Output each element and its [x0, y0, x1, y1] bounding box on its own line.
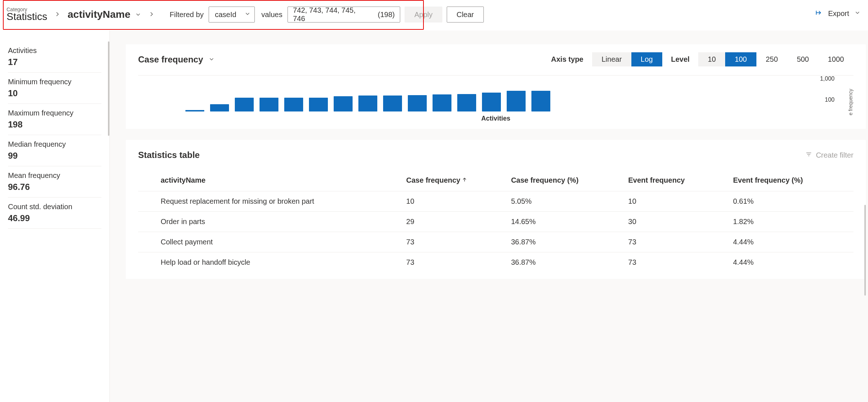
chart-bar[interactable]	[185, 110, 204, 111]
chart-bar[interactable]	[260, 98, 278, 111]
stat-item: Median frequency99	[8, 135, 101, 166]
table-cell: Request replacement for missing or broke…	[138, 191, 403, 212]
level-option-100[interactable]: 100	[725, 52, 756, 66]
chart-title-dropdown[interactable]: Case frequency	[138, 54, 215, 65]
axis-type-label: Axis type	[551, 55, 583, 64]
chart-panel: Case frequency Axis type LinearLog Level…	[126, 44, 866, 129]
stat-label: Minimum frequency	[8, 78, 101, 86]
level-option-10[interactable]: 10	[698, 52, 725, 66]
chart-bar[interactable]	[457, 94, 476, 111]
chart-bar[interactable]	[284, 98, 303, 111]
table-row[interactable]: Order in parts2914.65%301.82%	[138, 212, 853, 232]
filter-icon	[805, 151, 812, 160]
sidebar-scrollbar[interactable]	[108, 41, 109, 136]
axis-type-toggle: LinearLog	[592, 52, 662, 66]
chart-ytick: 100	[825, 97, 835, 103]
clear-button[interactable]: Clear	[447, 7, 484, 23]
chart-bar[interactable]	[408, 95, 427, 111]
stat-value: 10	[8, 88, 101, 98]
chart-bar[interactable]	[309, 98, 328, 111]
filter-values-input[interactable]: 742, 743, 744, 745, 746 (198)	[288, 7, 400, 23]
stat-value: 198	[8, 119, 101, 130]
chart-bar[interactable]	[531, 91, 550, 111]
table-cell: 1.82%	[730, 212, 853, 232]
stat-item: Activities17	[8, 41, 101, 73]
chart-bar[interactable]	[210, 104, 229, 111]
axis-option-linear[interactable]: Linear	[592, 52, 631, 66]
table-cell: 5.05%	[508, 191, 625, 212]
chevron-right-icon	[54, 11, 61, 19]
chevron-right-icon	[148, 11, 155, 19]
breadcrumb-category[interactable]: Category Statistics	[7, 7, 47, 23]
chart-ylabel: e frequency	[847, 89, 853, 115]
table-cell: 4.44%	[730, 252, 853, 273]
export-label: Export	[828, 9, 849, 18]
stat-item: Maximum frequency198	[8, 104, 101, 135]
stat-label: Count std. deviation	[8, 203, 101, 211]
chart-bar[interactable]	[383, 96, 402, 111]
table-row[interactable]: Help load or handoff bicycle7336.87%734.…	[138, 252, 853, 273]
table-cell: 73	[403, 232, 508, 252]
breadcrumb-activity[interactable]: activityName	[68, 9, 141, 20]
column-header[interactable]: Event frequency	[625, 170, 730, 191]
stat-item: Mean frequency96.76	[8, 166, 101, 198]
level-label: Level	[671, 55, 690, 64]
filter-field-select[interactable]: caseId	[209, 7, 255, 23]
filtered-by-label: Filtered by	[170, 11, 204, 19]
breadcrumb-activity-label: activityName	[68, 9, 130, 20]
values-label: values	[261, 11, 282, 19]
stat-label: Activities	[8, 46, 101, 55]
export-icon	[815, 9, 823, 19]
apply-button-label: Apply	[414, 11, 433, 19]
table-cell: 36.87%	[508, 232, 625, 252]
stat-item: Minimum frequency10	[8, 73, 101, 104]
column-header[interactable]: Case frequency	[403, 170, 508, 191]
table-cell: 73	[403, 252, 508, 273]
table-cell: Help load or handoff bicycle	[138, 252, 403, 273]
column-header[interactable]: Event frequency (%)	[730, 170, 853, 191]
level-toggle: 101002505001000	[698, 52, 853, 66]
table-title: Statistics table	[138, 150, 200, 160]
chart-bar[interactable]	[482, 93, 501, 111]
table-cell: 10	[403, 191, 508, 212]
table-cell: 4.44%	[730, 232, 853, 252]
export-button[interactable]: Export	[815, 9, 861, 19]
clear-button-label: Clear	[457, 11, 474, 19]
table-cell: 36.87%	[508, 252, 625, 273]
filter-field-value: caseId	[215, 11, 236, 19]
chart-bar[interactable]	[334, 96, 353, 111]
level-option-1000[interactable]: 1000	[819, 52, 854, 66]
stat-value: 46.99	[8, 213, 101, 223]
level-option-250[interactable]: 250	[756, 52, 787, 66]
level-option-500[interactable]: 500	[787, 52, 818, 66]
table-cell: 30	[625, 212, 730, 232]
stats-sidebar: Activities17Minimum frequency10Maximum f…	[0, 31, 110, 402]
create-filter-button[interactable]: Create filter	[805, 151, 853, 160]
chart-bar[interactable]	[433, 94, 451, 111]
table-row[interactable]: Request replacement for missing or broke…	[138, 191, 853, 212]
chart-bar[interactable]	[235, 98, 254, 111]
category-value: Statistics	[7, 11, 47, 23]
stat-item: Count std. deviation46.99	[8, 198, 101, 229]
statistics-table-panel: Statistics table Create filter activityN…	[126, 140, 866, 279]
table-cell: 0.61%	[730, 191, 853, 212]
stat-value: 96.76	[8, 182, 101, 192]
body: Activities17Minimum frequency10Maximum f…	[0, 31, 868, 402]
column-header[interactable]: activityName	[138, 170, 403, 191]
chart-bar[interactable]	[358, 96, 377, 111]
main-content: Case frequency Axis type LinearLog Level…	[110, 31, 868, 402]
table-cell: 73	[625, 252, 730, 273]
table-row[interactable]: Collect payment7336.87%734.44%	[138, 232, 853, 252]
breadcrumb-filter-bar: Category Statistics activityName Filtere…	[0, 0, 868, 31]
apply-button[interactable]: Apply	[405, 7, 442, 23]
filter-values-count: (198)	[378, 11, 395, 19]
main-scrollbar[interactable]	[864, 205, 866, 296]
sort-ascending-icon	[462, 176, 467, 184]
filter-values-text: 742, 743, 744, 745, 746	[293, 6, 363, 23]
chevron-down-icon	[208, 54, 215, 65]
axis-option-log[interactable]: Log	[631, 52, 662, 66]
column-header[interactable]: Case frequency (%)	[508, 170, 625, 191]
chart-xlabel: Activities	[481, 115, 510, 122]
chart-bar[interactable]	[507, 91, 526, 111]
stat-label: Mean frequency	[8, 171, 101, 180]
